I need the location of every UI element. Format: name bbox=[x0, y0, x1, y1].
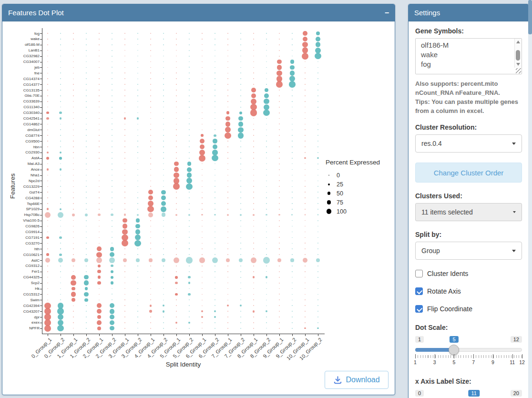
dot-plot-point bbox=[86, 135, 87, 136]
dot-plot-point bbox=[137, 90, 138, 90]
dot-plot-point bbox=[163, 146, 164, 147]
dot-plot-point bbox=[86, 232, 87, 233]
y-axis-tick bbox=[40, 153, 42, 153]
dot-plot-point bbox=[73, 118, 73, 119]
scroll-down-icon[interactable] bbox=[516, 63, 520, 66]
legend-dot bbox=[327, 192, 331, 195]
split-by-select[interactable]: Group bbox=[415, 242, 522, 260]
dot-plot-point bbox=[176, 237, 177, 238]
dot-plot-point bbox=[253, 214, 254, 215]
page-scrollbar-thumb[interactable] bbox=[528, 0, 532, 34]
dot-plot-point bbox=[214, 214, 215, 215]
features-dot-plot-title: Features Dot Plot bbox=[8, 9, 64, 17]
dot-plot-point bbox=[202, 56, 202, 56]
dot-plot-point bbox=[86, 112, 87, 113]
dot-plot-point bbox=[266, 158, 266, 158]
y-axis-tick bbox=[40, 113, 42, 113]
dot-plot-point bbox=[317, 84, 318, 85]
dot-plot-point bbox=[86, 197, 87, 198]
dot-plot-point bbox=[112, 39, 113, 40]
dot-plot-point bbox=[137, 294, 138, 295]
slider-handle[interactable] bbox=[449, 345, 459, 355]
dot-plot-point bbox=[202, 169, 202, 170]
page-scrollbar[interactable] bbox=[528, 0, 532, 398]
dot-plot-point bbox=[279, 186, 280, 187]
dot-plot-point bbox=[279, 254, 280, 255]
dot-plot-point bbox=[240, 271, 241, 272]
dot-plot-point bbox=[202, 243, 202, 244]
dot-plot-point bbox=[73, 124, 73, 124]
y-axis-tick bbox=[40, 215, 42, 215]
dot-plot-point bbox=[111, 270, 114, 274]
x-axis-tick bbox=[112, 334, 113, 336]
slider-major-tick bbox=[522, 354, 522, 358]
dot-plot-point bbox=[279, 237, 280, 238]
dot-plot-point bbox=[137, 61, 138, 62]
dot-plot-point bbox=[317, 243, 318, 244]
change-cluster-order-button[interactable]: Change Cluster Order bbox=[415, 163, 522, 183]
scroll-up-icon[interactable] bbox=[516, 41, 520, 43]
dot-plot-point bbox=[253, 254, 254, 255]
y-axis-tick bbox=[40, 73, 42, 73]
dot-plot-point bbox=[189, 141, 190, 142]
dot-plot-point bbox=[60, 271, 61, 272]
y-axis-tick bbox=[40, 198, 42, 198]
scrollbar-thumb[interactable] bbox=[516, 50, 520, 61]
dot-plot-point bbox=[60, 299, 61, 300]
dot-plot-point bbox=[86, 265, 87, 266]
gene-axis-label: CG13229 bbox=[5, 184, 40, 189]
collapse-icon[interactable]: − bbox=[385, 9, 389, 17]
dot-plot-point bbox=[189, 243, 190, 244]
gene-axis-label: CG44325 bbox=[5, 275, 40, 279]
gene-symbols-textarea[interactable]: olf186-M wake fog bbox=[415, 38, 522, 74]
dot-plot-point bbox=[148, 201, 153, 206]
dot-plot-point bbox=[163, 152, 164, 153]
dot-plot-point bbox=[150, 169, 151, 170]
dot-plot-point bbox=[317, 248, 318, 249]
flip-coordinate-checkbox[interactable]: Flip Coordinate bbox=[415, 305, 522, 313]
dot-plot-point bbox=[253, 175, 254, 176]
dot-plot-point bbox=[97, 281, 101, 285]
dot-plot-point bbox=[60, 175, 61, 176]
dot-plot-point bbox=[305, 237, 306, 238]
dot-plot-point bbox=[124, 265, 125, 266]
dot-plot-point bbox=[163, 237, 164, 238]
dot-plot-point bbox=[47, 84, 48, 84]
dot-plot-point bbox=[317, 197, 318, 198]
dot-plot-point bbox=[124, 214, 126, 216]
dot-plot-point bbox=[240, 72, 241, 73]
slider-tick-label: 1 bbox=[414, 359, 417, 365]
download-button[interactable]: Download bbox=[325, 371, 389, 389]
dot-plot-point bbox=[202, 90, 202, 90]
dot-plot-point bbox=[71, 275, 76, 280]
dot-plot-point bbox=[253, 232, 254, 233]
dot-plot-point bbox=[112, 78, 113, 79]
dot-plot-point bbox=[253, 33, 254, 34]
dot-plot-point bbox=[279, 265, 280, 266]
dot-plot-point bbox=[279, 107, 280, 108]
dot-plot-point bbox=[279, 50, 280, 51]
dot-plot-point bbox=[99, 192, 99, 192]
rotate-axis-checkbox[interactable]: Rotate Axis bbox=[415, 287, 522, 295]
cluster-resolution-select[interactable]: res.0.4 bbox=[415, 134, 522, 153]
cluster-idents-checkbox[interactable]: Cluster Idents bbox=[415, 270, 522, 277]
dot-plot-point bbox=[202, 186, 202, 187]
dot-plot-point bbox=[163, 135, 164, 135]
dot-plot-point bbox=[150, 118, 151, 119]
textarea-scrollbar[interactable] bbox=[514, 39, 522, 68]
dot-plot-point bbox=[305, 118, 306, 119]
dot-plot-point bbox=[215, 305, 215, 306]
dot-plot-point bbox=[137, 135, 138, 136]
dot-plot-point bbox=[176, 311, 177, 312]
resize-grip-icon[interactable] bbox=[516, 68, 521, 73]
clusters-used-dropdown[interactable]: 11 items selected bbox=[415, 203, 522, 221]
dot-plot-point bbox=[215, 112, 215, 113]
dot-plot-point bbox=[292, 135, 292, 135]
dot-plot-point bbox=[292, 305, 292, 306]
dot-plot-point bbox=[305, 254, 306, 255]
dot-plot-point bbox=[174, 167, 179, 172]
dot-plot-point bbox=[240, 101, 241, 102]
dot-plot-point bbox=[240, 226, 241, 227]
gene-axis-label: Scp2 bbox=[5, 281, 40, 285]
features-dot-plot-header: Features Dot Plot − bbox=[2, 4, 395, 21]
